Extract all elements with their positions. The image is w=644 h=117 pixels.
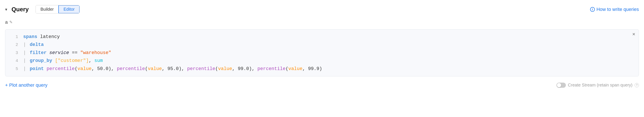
token-kw-blue: spans	[23, 34, 37, 40]
code-line: 4| group_by ["customer"], sum	[5, 57, 639, 65]
token-fn-purple: percentile	[47, 66, 75, 71]
line-content: | group_by ["customer"], sum	[23, 57, 634, 65]
tab-buttons: Builder Editor	[36, 5, 80, 14]
token-bracket-yellow: ]	[86, 58, 88, 63]
line-number: 3	[10, 49, 18, 57]
tab-builder[interactable]: Builder	[36, 5, 58, 13]
token-plain	[47, 50, 50, 56]
token-kw-teal: sum	[94, 58, 103, 63]
token-kw-orange: value	[218, 66, 232, 71]
token-kw-blue: group_by	[30, 58, 52, 63]
token-plain: (	[215, 66, 218, 71]
token-plain	[52, 58, 55, 63]
token-str-yellow: "customer"	[58, 58, 86, 63]
token-op-pipe: |	[23, 50, 29, 56]
token-op-pipe: |	[23, 66, 29, 71]
code-line: 1spans latency	[5, 33, 639, 41]
token-plain: , 99.9)	[302, 66, 322, 71]
create-stream-label: Create Stream (retain span query)	[568, 83, 632, 87]
line-content: | point percentile(value, 50.0), percent…	[23, 65, 634, 73]
line-content: | filter service == "warehouse"	[23, 49, 634, 57]
token-fn-purple: percentile	[187, 66, 215, 71]
token-plain: ==	[69, 50, 80, 56]
header-left: ▾ Query Builder Editor	[5, 5, 80, 14]
token-kw-blue: filter	[30, 50, 46, 56]
token-kw-orange: value	[148, 66, 162, 71]
line-number: 5	[10, 65, 18, 73]
page-wrapper: ▾ Query Builder Editor i How to write qu…	[0, 0, 644, 117]
token-fn-purple: percentile	[258, 66, 286, 71]
token-plain: ,	[89, 58, 94, 63]
line-number: 2	[10, 41, 18, 48]
line-number: 1	[10, 33, 18, 41]
code-editor[interactable]: × 1spans latency2| delta3| filter servic…	[5, 29, 639, 76]
collapse-icon[interactable]: ▾	[5, 7, 7, 12]
token-plain: (	[286, 66, 288, 71]
token-val-italic: service	[50, 50, 69, 56]
token-kw-orange: value	[288, 66, 302, 71]
token-plain: (	[75, 66, 78, 71]
how-to-label: How to write queries	[596, 7, 639, 12]
help-icon[interactable]: ?	[635, 83, 639, 87]
toggle-knob	[557, 83, 561, 87]
token-plain: , 99.0),	[232, 66, 258, 71]
line-content: | delta	[23, 41, 634, 49]
token-fn-purple: percentile	[117, 66, 145, 71]
close-editor-button[interactable]: ×	[632, 32, 635, 37]
token-bracket-yellow: [	[55, 58, 58, 63]
create-stream-area: Create Stream (retain span query) ?	[556, 83, 639, 88]
code-line: 2| delta	[5, 41, 639, 49]
code-line: 5| point percentile(value, 50.0), percen…	[5, 65, 639, 73]
header-row: ▾ Query Builder Editor i How to write qu…	[5, 4, 639, 15]
token-kw-blue: delta	[30, 42, 44, 47]
line-number: 4	[10, 57, 18, 64]
token-kw-blue: point	[30, 66, 44, 71]
query-label-row: a ✎	[5, 19, 639, 26]
code-line: 3| filter service == "warehouse"	[5, 49, 639, 57]
token-op-pipe: |	[23, 42, 29, 47]
how-to-link[interactable]: i How to write queries	[590, 7, 639, 12]
token-plain	[44, 66, 46, 71]
token-plain: , 50.0),	[92, 66, 117, 71]
token-plain: latency	[37, 34, 60, 40]
token-plain: (	[145, 66, 148, 71]
token-kw-orange: value	[78, 66, 92, 71]
footer-row: + Plot another query Create Stream (reta…	[5, 81, 639, 90]
page-title: Query	[12, 6, 29, 13]
token-plain: , 95.0),	[162, 66, 187, 71]
token-str-green: "warehouse"	[80, 50, 111, 56]
tab-editor[interactable]: Editor	[58, 5, 80, 14]
token-op-pipe: |	[23, 58, 29, 63]
add-query-button[interactable]: + Plot another query	[5, 82, 48, 88]
edit-icon[interactable]: ✎	[9, 20, 12, 25]
code-lines: 1spans latency2| delta3| filter service …	[5, 33, 639, 73]
query-label: a	[5, 20, 8, 25]
info-icon: i	[590, 7, 595, 12]
line-content: spans latency	[23, 33, 634, 41]
create-stream-toggle[interactable]	[556, 83, 566, 88]
